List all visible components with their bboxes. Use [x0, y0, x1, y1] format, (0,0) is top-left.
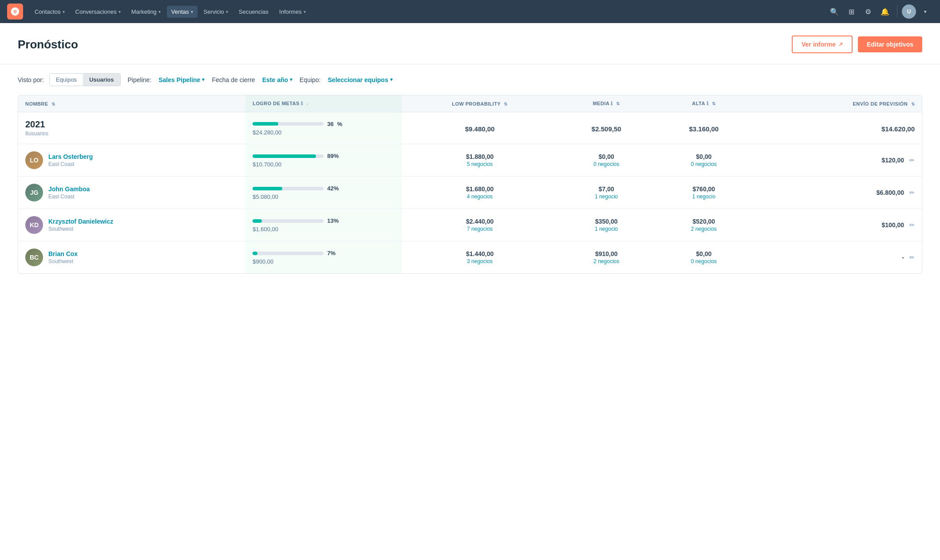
settings-icon[interactable]: ⚙ — [861, 4, 876, 19]
user-low-deals[interactable]: 7 negocios — [409, 226, 551, 232]
user-alta-deals[interactable]: 1 negocio — [662, 193, 746, 200]
user-name-link[interactable]: John Gamboa — [48, 185, 90, 193]
user-logro-amount: $10.700,00 — [253, 161, 395, 168]
nav-ventas[interactable]: Ventas ▾ — [167, 6, 197, 18]
sort-icon[interactable]: ↓ — [306, 101, 308, 106]
nav-marketing[interactable]: Marketing ▾ — [127, 6, 165, 18]
nav-servicio[interactable]: Servicio ▾ — [199, 6, 233, 18]
table-row: JG John Gamboa East Coast 42% $5.080,00 … — [18, 177, 922, 209]
user-low-value: $2.440,00 — [409, 218, 551, 225]
user-logro-cell: 7% $900,00 — [245, 241, 402, 274]
user-name-link[interactable]: Lars Osterberg — [48, 153, 93, 160]
nav-contactos[interactable]: Contactos ▾ — [30, 6, 69, 18]
user-envio-cell: - ✏ — [753, 241, 922, 274]
user-envio-value: $6.800,00 — [877, 189, 904, 196]
summary-logro-amount: $24.280,00 — [253, 129, 395, 136]
user-low-value: $1.680,00 — [409, 185, 551, 193]
visto-por-label: Visto por: — [18, 76, 44, 83]
nav-informes[interactable]: Informes ▾ — [275, 6, 310, 18]
chevron-down-icon: ▾ — [63, 9, 65, 14]
user-low-deals[interactable]: 5 negocios — [409, 161, 551, 167]
sort-icon[interactable]: ⇅ — [911, 102, 915, 106]
summary-media: $2.509,50 — [565, 125, 648, 133]
equipo-dropdown[interactable]: Seleccionar equipos ▾ — [328, 76, 393, 83]
nav-conversaciones[interactable]: Conversaciones ▾ — [71, 6, 125, 18]
user-avatar[interactable]: U — [902, 4, 916, 19]
chevron-down-icon: ▾ — [304, 9, 306, 14]
user-team: Southwest — [48, 258, 78, 264]
user-media-deals[interactable]: 2 negocios — [565, 258, 648, 264]
table-summary-row: 2021 8usuarios 36% $24.280,00 $9.480,00 — [18, 112, 922, 144]
user-name-link[interactable]: Krzysztof Danielewicz — [48, 218, 113, 225]
edit-icon[interactable]: ✏ — [909, 254, 915, 261]
view-report-button[interactable]: Ver informe ↗ — [792, 35, 853, 53]
info-icon: ℹ — [611, 101, 612, 106]
user-alta-value: $0,00 — [662, 153, 746, 160]
sort-icon[interactable]: ⇅ — [51, 102, 55, 106]
user-alta-cell: $0,00 0 negocios — [655, 144, 753, 177]
toggle-usuarios[interactable]: Usuarios — [83, 74, 120, 86]
external-link-icon: ↗ — [838, 41, 843, 47]
user-avatar: LO — [25, 151, 43, 169]
user-cell: KD Krzysztof Danielewicz Southwest — [25, 216, 238, 234]
search-button[interactable]: 🔍 — [827, 4, 842, 19]
summary-progress: 36% — [253, 121, 395, 127]
marketplace-icon[interactable]: ⊞ — [844, 4, 859, 19]
user-alta-cell: $0,00 0 negocios — [655, 241, 753, 274]
user-pct: 7% — [327, 250, 336, 256]
user-media-deals[interactable]: 1 negocio — [565, 226, 648, 232]
user-name-link[interactable]: Brian Cox — [48, 250, 78, 257]
sort-icon[interactable]: ⇅ — [616, 101, 620, 106]
nav-secuencias[interactable]: Secuencias — [234, 6, 273, 18]
user-media-value: $910,00 — [565, 250, 648, 257]
chevron-down-icon: ▾ — [390, 77, 393, 83]
user-alta-deals[interactable]: 0 negocios — [662, 161, 746, 167]
pipeline-dropdown[interactable]: Sales Pipeline ▾ — [158, 76, 205, 83]
summary-year: 2021 — [25, 119, 238, 130]
edit-icon[interactable]: ✏ — [909, 189, 915, 196]
user-media-deals[interactable]: 1 negocio — [565, 193, 648, 200]
user-alta-cell: $520,00 2 negocios — [655, 209, 753, 241]
user-alta-cell: $760,00 1 negocio — [655, 177, 753, 209]
toggle-equipos[interactable]: Equipos — [50, 74, 83, 86]
edit-goals-button[interactable]: Editar objetivos — [858, 36, 922, 52]
summary-low-cell: $9.480,00 — [402, 112, 558, 144]
account-chevron-icon[interactable]: ▾ — [918, 4, 933, 19]
fecha-label: Fecha de cierre — [212, 76, 255, 83]
chevron-down-icon: ▾ — [202, 77, 205, 83]
user-alta-deals[interactable]: 2 negocios — [662, 226, 746, 232]
notifications-icon[interactable]: 🔔 — [877, 4, 893, 19]
user-logro-cell: 13% $1.600,00 — [245, 209, 402, 241]
col-nombre: NOMBRE ⇅ — [18, 95, 245, 112]
user-progress: 7% — [253, 250, 395, 256]
edit-icon[interactable]: ✏ — [909, 157, 915, 164]
user-media-deals[interactable]: 0 negocios — [565, 161, 648, 167]
view-toggle: Equipos Usuarios — [49, 73, 121, 86]
pipeline-label: Pipeline: — [128, 76, 152, 83]
progress-bar-bg — [253, 219, 324, 223]
progress-bar-fill — [253, 252, 257, 255]
user-low-deals[interactable]: 4 negocios — [409, 193, 551, 200]
fecha-dropdown[interactable]: Este año ▾ — [262, 76, 292, 83]
col-media: MEDIA ℹ ⇅ — [557, 95, 655, 112]
user-low-deals[interactable]: 3 negocios — [409, 258, 551, 264]
user-media-value: $0,00 — [565, 153, 648, 160]
user-progress: 42% — [253, 185, 395, 192]
sort-icon[interactable]: ⇅ — [712, 101, 715, 106]
user-cell: BC Brian Cox Southwest — [25, 248, 238, 266]
sort-icon[interactable]: ⇅ — [504, 102, 507, 106]
summary-name-cell: 2021 8usuarios — [18, 112, 245, 144]
navbar: Contactos ▾ Conversaciones ▾ Marketing ▾… — [0, 0, 940, 23]
user-low-cell: $2.440,00 7 negocios — [402, 209, 558, 241]
hubspot-logo[interactable] — [7, 4, 23, 20]
user-low-value: $1.440,00 — [409, 250, 551, 257]
user-envio-cell: $6.800,00 ✏ — [753, 177, 922, 209]
table-row: BC Brian Cox Southwest 7% $900,00 $1.440… — [18, 241, 922, 274]
col-logro: LOGRO DE METAS ℹ ↓ — [245, 95, 402, 112]
edit-icon[interactable]: ✏ — [909, 221, 915, 229]
table-header-row: NOMBRE ⇅ LOGRO DE METAS ℹ ↓ LOW PROBABIL… — [18, 95, 922, 112]
progress-bar-fill — [253, 219, 262, 223]
col-envio: ENVÍO DE PREVISIÓN ⇅ — [753, 95, 922, 112]
chevron-down-icon: ▾ — [191, 9, 193, 14]
user-alta-deals[interactable]: 0 negocios — [662, 258, 746, 264]
